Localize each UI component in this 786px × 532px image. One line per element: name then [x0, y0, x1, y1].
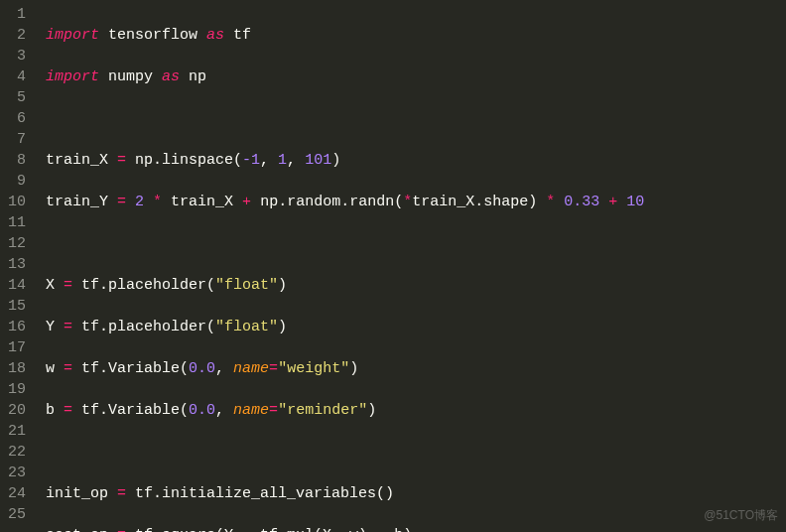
- line-number: 22: [6, 442, 26, 463]
- line-number: 11: [6, 212, 26, 233]
- line-number: 25: [6, 504, 26, 525]
- code-area[interactable]: import tensorflow as tf import numpy as …: [34, 0, 786, 532]
- line-number: 10: [6, 192, 26, 212]
- code-line[interactable]: import numpy as np: [46, 66, 786, 87]
- line-number: 18: [6, 358, 26, 379]
- line-number: 21: [6, 421, 26, 442]
- line-number: 20: [6, 400, 26, 421]
- line-number: 17: [6, 337, 26, 358]
- line-number: 23: [6, 463, 26, 483]
- line-number: 12: [6, 233, 26, 254]
- code-line[interactable]: train_Y = 2 * train_X + np.random.randn(…: [46, 192, 786, 212]
- code-line[interactable]: w = tf.Variable(0.0, name="weight"): [46, 358, 786, 379]
- line-number: 15: [6, 296, 26, 317]
- code-line[interactable]: b = tf.Variable(0.0, name="reminder"): [46, 400, 786, 421]
- line-number: 8: [6, 150, 26, 171]
- line-number: 13: [6, 254, 26, 275]
- code-line[interactable]: [46, 442, 786, 463]
- watermark-text: @51CTO博客: [704, 505, 778, 526]
- line-number: 1: [6, 4, 26, 25]
- line-number: 24: [6, 483, 26, 504]
- line-number-gutter: 1 2 3 4 5 6 7 8 9 10 11 12 13 14 15 16 1…: [0, 0, 34, 532]
- code-line[interactable]: cost_op = tf.square(Y - tf.mul(X, w) - b…: [46, 525, 786, 532]
- line-number: 19: [6, 379, 26, 400]
- code-line[interactable]: Y = tf.placeholder("float"): [46, 317, 786, 337]
- code-line[interactable]: import tensorflow as tf: [46, 25, 786, 46]
- code-line[interactable]: X = tf.placeholder("float"): [46, 275, 786, 296]
- line-number: 3: [6, 46, 26, 66]
- line-number: 2: [6, 25, 26, 46]
- line-number: 16: [6, 317, 26, 337]
- line-number: 6: [6, 108, 26, 129]
- code-line[interactable]: init_op = tf.initialize_all_variables(): [46, 483, 786, 504]
- code-line[interactable]: train_X = np.linspace(-1, 1, 101): [46, 150, 786, 171]
- line-number: 5: [6, 87, 26, 108]
- code-line[interactable]: [46, 233, 786, 254]
- code-line[interactable]: [46, 108, 786, 129]
- line-number: 9: [6, 171, 26, 192]
- code-editor: 1 2 3 4 5 6 7 8 9 10 11 12 13 14 15 16 1…: [0, 0, 786, 532]
- line-number: 4: [6, 66, 26, 87]
- line-number: 14: [6, 275, 26, 296]
- line-number: 7: [6, 129, 26, 150]
